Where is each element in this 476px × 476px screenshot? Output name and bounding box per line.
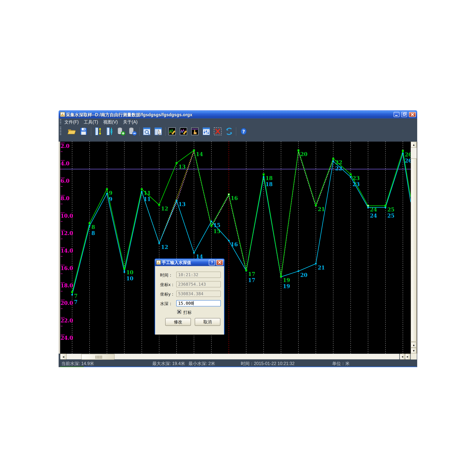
add-data-button[interactable]	[117, 127, 126, 136]
point-label: 24	[370, 207, 377, 213]
green-point-marker	[385, 205, 386, 206]
point-label: 17	[248, 277, 255, 283]
check-x-icon	[178, 310, 181, 313]
zoom-window-icon	[142, 127, 151, 136]
depth-input[interactable]: 15.000	[176, 300, 221, 306]
cyan-point-marker	[89, 225, 90, 226]
cancel-button[interactable]: 取消	[195, 318, 221, 326]
delete-mark-button[interactable]	[213, 127, 222, 136]
help-icon: ?	[239, 127, 248, 136]
y-tick-label: 14.0	[61, 248, 73, 254]
vertical-scrollbar[interactable]: ▲ ▲ ▼	[411, 142, 417, 354]
bottom-border-green	[60, 367, 84, 367]
ruler-fit-button[interactable]	[105, 127, 114, 136]
dialog-close-button[interactable]	[216, 260, 223, 265]
mark-checkbox-label: 打标	[183, 310, 192, 315]
menu-about[interactable]: 关于(A)	[123, 119, 138, 125]
green-point-marker	[89, 222, 90, 224]
point-label: 12	[161, 244, 168, 250]
depth-label: 水深：	[160, 301, 173, 306]
y-tick-label: 20.0	[61, 300, 73, 306]
cyan-point-marker	[123, 271, 125, 273]
point-label: 20	[300, 272, 307, 278]
point-label: 25	[387, 207, 394, 213]
zoom-view-button[interactable]	[142, 127, 151, 136]
edit-trace-alt-button[interactable]	[179, 127, 188, 136]
toolbar-gripper[interactable]	[60, 127, 61, 136]
status-bar: 当前水深: 14.9米 最大水深: 19.4米 最小水深: 2米 时间：2015…	[59, 360, 417, 367]
status-current-depth: 当前水深: 14.9米	[61, 361, 94, 367]
point-label: 16	[231, 241, 238, 247]
cyan-point-marker	[211, 221, 212, 222]
plot-left-frame	[59, 142, 60, 354]
hscroll-track[interactable]	[67, 354, 399, 359]
title-bar[interactable]: 采集水深取样--D:/南方自由行测量数据/fgsdgsgs/fgsdgsgs.o…	[59, 110, 417, 118]
modify-button[interactable]: 修改	[165, 318, 191, 326]
horizontal-scrollbar[interactable]: ◄ ◄ ►	[59, 354, 417, 360]
thumb-grip-dots	[95, 356, 102, 358]
y-tick-label: 6.0	[61, 178, 69, 184]
restore-button[interactable]	[401, 112, 407, 117]
select-view-button[interactable]	[153, 127, 163, 136]
y-tick-label: 16.0	[61, 265, 73, 271]
depth-chart[interactable]: 2.04.06.08.010.012.014.016.018.020.022.0…	[60, 142, 411, 354]
text-caret	[193, 301, 194, 305]
help-button[interactable]: ?	[239, 127, 248, 136]
green-point-marker	[315, 204, 317, 206]
scroll-up-button[interactable]: ▲	[411, 142, 417, 148]
remove-data-button[interactable]	[128, 127, 137, 136]
y-tick-label: 18.0	[61, 283, 73, 289]
settings-panel-button[interactable]	[202, 127, 211, 136]
cyan-point-marker	[350, 176, 351, 178]
save-button[interactable]	[79, 127, 88, 136]
coord-x-label: 坐标x：	[160, 282, 175, 288]
point-label: 17	[248, 271, 255, 277]
menu-gripper[interactable]	[60, 119, 61, 124]
cyan-point-marker	[385, 207, 386, 208]
scroll-up-button-2[interactable]: ▲	[411, 342, 417, 348]
open-file-button[interactable]	[67, 127, 76, 136]
plot-area: 2.04.06.08.010.012.014.016.018.020.022.0…	[59, 142, 417, 354]
point-label: 7	[74, 293, 78, 299]
scroll-down-button[interactable]: ▼	[411, 348, 417, 354]
green-point-marker	[402, 150, 404, 152]
green-point-marker	[298, 150, 299, 151]
menu-view[interactable]: 视图(V)	[103, 119, 118, 125]
refresh-button[interactable]	[225, 127, 234, 136]
vscroll-thumb[interactable]	[411, 158, 417, 342]
green-point-marker	[246, 270, 247, 271]
point-label: 21	[318, 265, 325, 271]
dialog-title-bar[interactable]: 手工输入水深值 ?	[155, 259, 224, 266]
scroll-left-button[interactable]: ◄	[60, 354, 67, 359]
menu-file[interactable]: 文件(F)	[64, 119, 79, 125]
coord-x-field: 2368754.143	[176, 281, 221, 287]
scroll-left-button-2[interactable]: ◄	[400, 354, 405, 359]
close-button[interactable]	[409, 112, 416, 117]
point-label: 15	[213, 222, 221, 228]
open-folder-icon	[67, 127, 76, 136]
app-icon	[60, 112, 65, 117]
ruler-expand-button[interactable]	[94, 127, 103, 136]
scroll-right-button[interactable]: ►	[405, 354, 410, 359]
cyan-point-marker	[333, 160, 334, 162]
close-icon	[218, 261, 221, 264]
mark-checkbox[interactable]	[177, 310, 181, 314]
up-arrow-icon: ▲	[412, 143, 415, 146]
y-tick-label: 2.0	[61, 143, 69, 149]
down-arrow-icon: ▼	[412, 349, 415, 352]
menu-tools[interactable]: 工具(T)	[84, 119, 98, 125]
vscroll-track[interactable]	[411, 148, 417, 158]
pick-point-button[interactable]	[190, 127, 200, 136]
point-label: 25	[387, 213, 394, 219]
hscroll-thumb[interactable]	[81, 354, 115, 360]
green-point-marker	[193, 150, 195, 151]
y-tick-label: 24.0	[61, 335, 73, 341]
dialog-help-button[interactable]: ?	[209, 260, 215, 265]
y-tick-label: 8.0	[61, 195, 69, 201]
cyan-point-marker	[176, 200, 177, 201]
cyan-point-marker	[158, 242, 160, 244]
point-label: 19	[283, 283, 290, 289]
minimize-button[interactable]	[394, 112, 399, 117]
y-tick-label: 10.0	[61, 213, 73, 219]
edit-trace-button[interactable]	[168, 127, 177, 136]
